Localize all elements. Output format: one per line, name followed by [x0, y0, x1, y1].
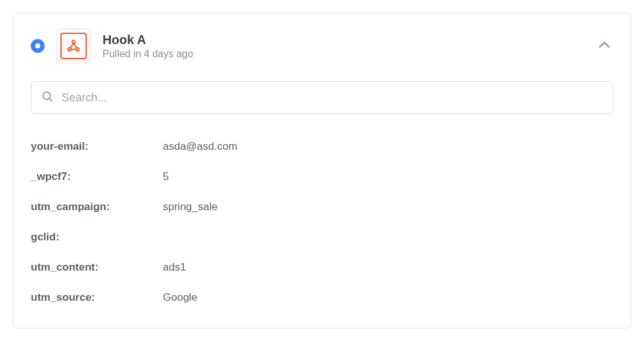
fields-list: your-email: asda@asd.com _wpcf7: 5 utm_c… — [31, 132, 613, 313]
select-radio[interactable] — [31, 39, 45, 53]
field-key: _wpcf7: — [31, 171, 163, 183]
field-key: utm_campaign: — [31, 201, 163, 213]
field-row[interactable]: _wpcf7: 5 — [31, 162, 613, 192]
webhook-icon — [60, 33, 87, 59]
field-row[interactable]: your-email: asda@asd.com — [31, 132, 613, 162]
field-key: utm_content: — [31, 261, 163, 274]
search-container — [31, 81, 613, 114]
field-key: utm_source: — [31, 291, 163, 304]
field-row[interactable]: utm_source: Google — [31, 283, 613, 313]
field-value: spring_sale — [163, 201, 218, 213]
field-key: gclid: — [31, 231, 163, 244]
field-row[interactable]: utm_campaign: spring_sale — [31, 192, 613, 222]
collapse-toggle[interactable] — [596, 36, 613, 56]
chevron-up-icon — [596, 36, 613, 53]
field-value: 5 — [163, 171, 169, 183]
card-header: Hook A Pulled in 4 days ago — [31, 28, 613, 64]
hook-subtitle: Pulled in 4 days ago — [103, 48, 584, 60]
title-block: Hook A Pulled in 4 days ago — [103, 33, 584, 60]
field-row[interactable]: gclid: — [31, 222, 613, 252]
svg-line-4 — [50, 99, 52, 101]
hook-card: Hook A Pulled in 4 days ago your-email: … — [13, 13, 631, 328]
hook-title: Hook A — [103, 33, 584, 47]
field-value: asda@asd.com — [163, 140, 237, 153]
search-input[interactable] — [31, 81, 613, 114]
field-row[interactable]: utm_content: ads1 — [31, 252, 613, 283]
field-value: Google — [163, 291, 197, 304]
field-value: ads1 — [163, 261, 186, 274]
search-icon — [41, 90, 53, 105]
hook-icon-box — [56, 28, 91, 64]
field-key: your-email: — [31, 140, 163, 153]
